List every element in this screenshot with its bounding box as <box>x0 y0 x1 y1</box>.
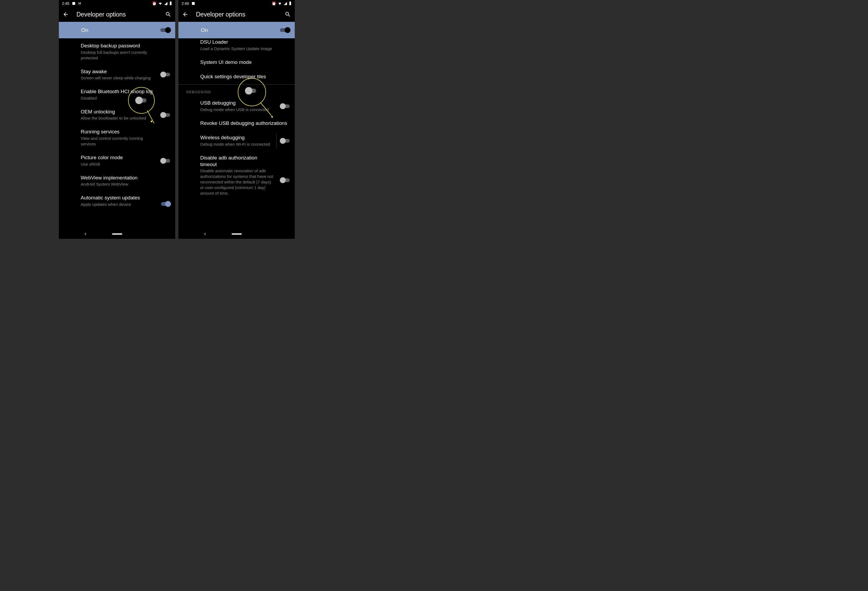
item-divider <box>276 133 277 148</box>
setting-title: Picture color mode <box>81 155 171 161</box>
svg-rect-1 <box>170 2 171 5</box>
wifi-icon <box>158 1 162 5</box>
master-switch-label: On <box>63 27 160 33</box>
svg-rect-2 <box>170 1 171 2</box>
adb-timeout-item[interactable]: Disable adb authorization timeout Disabl… <box>179 151 295 209</box>
svg-rect-4 <box>289 2 291 5</box>
setting-title: Quick settings developer tiles <box>200 74 291 80</box>
setting-subtitle: Android System WebView <box>81 181 171 187</box>
master-switch-banner[interactable]: On <box>179 22 295 38</box>
status-time: 2:45 <box>62 1 69 6</box>
usb-debugging-toggle[interactable] <box>280 103 291 109</box>
svg-rect-5 <box>290 1 291 2</box>
app-bar: Developer options <box>179 7 295 22</box>
master-switch-banner[interactable]: On <box>59 22 175 38</box>
setting-subtitle: Apply updates when device <box>81 202 171 207</box>
debugging-section-header: Debugging <box>179 85 295 96</box>
setting-title: Wireless debugging <box>200 134 291 141</box>
nav-pill[interactable] <box>232 233 242 235</box>
qs-tiles-item[interactable]: Quick settings developer tiles <box>179 70 295 84</box>
setting-title: Enable Bluetooth HCI snoop log <box>81 88 171 95</box>
oem-unlocking-toggle[interactable] <box>160 112 171 118</box>
svg-rect-3 <box>192 2 195 5</box>
battery-icon <box>169 1 172 6</box>
wireless-debugging-toggle[interactable] <box>280 138 291 144</box>
setting-subtitle: Debug mode when USB is connected <box>200 107 291 113</box>
alarm-icon: ⏰ <box>152 1 156 6</box>
page-title: Developer options <box>196 11 277 18</box>
status-bar: 2:49 ⏰ <box>179 0 295 7</box>
webview-item[interactable]: WebView implementation Android System We… <box>59 171 175 191</box>
nav-pill[interactable] <box>112 233 122 235</box>
app-bar: Developer options <box>59 7 175 22</box>
navigation-bar <box>179 229 295 239</box>
picture-color-toggle[interactable] <box>160 158 171 164</box>
page-title: Developer options <box>77 11 158 18</box>
setting-title: DSU Loader <box>200 39 291 46</box>
setting-title: OEM unlocking <box>81 109 171 115</box>
navigation-bar <box>59 229 175 239</box>
setting-title: Stay awake <box>81 68 171 75</box>
setting-subtitle: View and control currently running servi… <box>81 136 171 147</box>
photo-icon <box>72 1 75 5</box>
auto-updates-toggle[interactable] <box>160 201 171 207</box>
setting-title: USB debugging <box>200 100 291 106</box>
master-toggle[interactable] <box>280 27 291 33</box>
settings-list[interactable]: Desktop backup password Desktop full bac… <box>59 39 175 239</box>
setting-subtitle: Load a Dynamic System Update Image <box>200 46 291 52</box>
setting-subtitle: Debug mode when Wi-Fi is connected <box>200 141 291 147</box>
revoke-usb-item[interactable]: Revoke USB debugging authorizations <box>179 116 295 131</box>
setting-title: Automatic system updates <box>81 195 171 201</box>
signal-icon <box>283 1 287 5</box>
photo-icon <box>192 1 195 5</box>
setting-title: WebView implementation <box>81 175 171 181</box>
setting-subtitle: Screen will never sleep while charging <box>81 75 171 81</box>
setting-title: Revoke USB debugging authorizations <box>200 120 291 127</box>
nav-back-icon[interactable] <box>83 231 88 237</box>
picture-color-item[interactable]: Picture color mode Use sRGB <box>59 151 175 171</box>
setting-subtitle: Allow the bootloader to be unlocked <box>81 115 171 121</box>
svg-rect-0 <box>72 2 75 5</box>
usb-debugging-item[interactable]: USB debugging Debug mode when USB is con… <box>179 96 295 116</box>
nav-back-icon[interactable] <box>203 231 207 237</box>
setting-title: System UI demo mode <box>200 59 291 66</box>
battery-icon <box>289 1 292 6</box>
phone-screenshot-right: 2:49 ⏰ Developer options On DSU Loader L… <box>179 0 295 239</box>
wifi-icon <box>278 1 282 5</box>
master-toggle[interactable] <box>160 27 171 33</box>
settings-list[interactable]: DSU Loader Load a Dynamic System Update … <box>179 39 295 239</box>
search-icon[interactable] <box>165 11 171 18</box>
auto-updates-item[interactable]: Automatic system updates Apply updates w… <box>59 191 175 223</box>
dsu-loader-item[interactable]: DSU Loader Load a Dynamic System Update … <box>179 39 295 55</box>
status-time: 2:49 <box>182 1 189 6</box>
signal-icon <box>164 1 168 5</box>
oem-unlocking-item[interactable]: OEM unlocking Allow the bootloader to be… <box>59 105 175 125</box>
annotation-toggle-right <box>245 88 256 93</box>
search-icon[interactable] <box>285 11 291 18</box>
desktop-backup-item[interactable]: Desktop backup password Desktop full bac… <box>59 39 175 65</box>
gmail-icon: M <box>78 1 81 5</box>
sysui-demo-item[interactable]: System UI demo mode <box>179 55 295 70</box>
stay-awake-toggle[interactable] <box>160 72 171 78</box>
setting-title: Desktop backup password <box>81 43 171 49</box>
running-services-item[interactable]: Running services View and control curren… <box>59 125 175 151</box>
status-bar: 2:45 M ⏰ <box>59 0 175 7</box>
phone-screenshot-left: 2:45 M ⏰ Developer options On Desktop ba… <box>59 0 175 239</box>
setting-subtitle: Disabled <box>81 96 171 101</box>
back-arrow-icon[interactable] <box>63 11 69 18</box>
adb-timeout-toggle[interactable] <box>280 177 291 183</box>
setting-subtitle: Use sRGB <box>81 162 171 167</box>
setting-title: Running services <box>81 128 171 135</box>
setting-subtitle: Disable automatic revocation of adb auth… <box>200 168 291 196</box>
wireless-debugging-item[interactable]: Wireless debugging Debug mode when Wi-Fi… <box>179 131 295 151</box>
annotation-toggle-left <box>135 98 146 103</box>
stay-awake-item[interactable]: Stay awake Screen will never sleep while… <box>59 65 175 85</box>
setting-subtitle: Desktop full backups aren't currently pr… <box>81 50 171 61</box>
alarm-icon: ⏰ <box>272 1 276 6</box>
back-arrow-icon[interactable] <box>182 11 189 18</box>
setting-title: Disable adb authorization timeout <box>200 155 291 168</box>
master-switch-label: On <box>183 27 280 33</box>
bt-hci-item[interactable]: Enable Bluetooth HCI snoop log Disabled <box>59 85 175 105</box>
